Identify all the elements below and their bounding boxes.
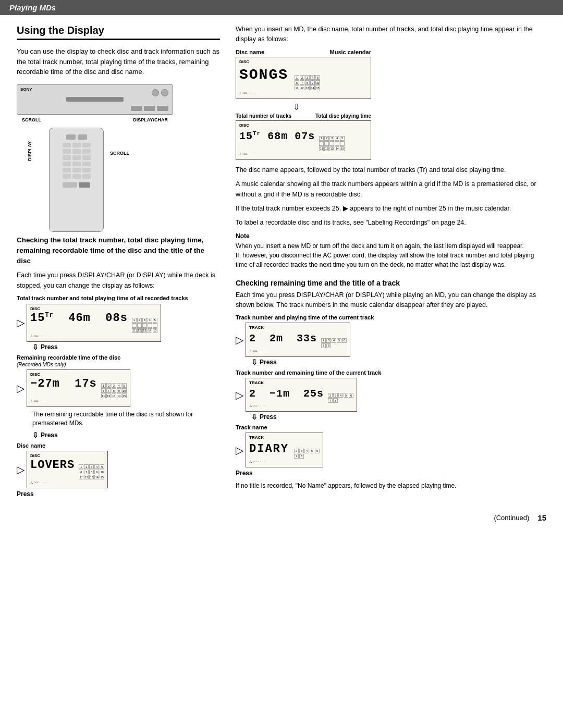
display-label: DISPLAY	[27, 141, 32, 161]
press-label2: Press	[41, 431, 58, 439]
bold-heading: Checking the total track number, total d…	[17, 235, 220, 267]
section2-body: Each time you press DISPLAY/CHAR (or DIS…	[236, 290, 546, 311]
left-column: Using the Display You can use the displa…	[17, 24, 220, 498]
lcd-text1: 15Tr 46m 08s	[30, 312, 128, 325]
track-display1-container: ▷ TRACK 2 2m 33s 2345 678 ♩♩ ≈≈ · · · ·	[236, 323, 546, 357]
disc-name-label: Disc name	[236, 49, 264, 55]
track-icons3: ♩♩ ≈≈ · · · ·	[249, 460, 320, 464]
lcd-tag3: DISC	[30, 453, 104, 458]
lcd-display3: DISC LOVERS 12345 678910 1112131415 ♩♩ ≈…	[27, 451, 108, 489]
track-label2: Track number and remaining time of the c…	[236, 369, 546, 376]
total-text: 15Tr 68m 07s	[239, 130, 315, 142]
lcd-display2: DISC −27m 17s 12345 678910 1112131415 ♩♩…	[27, 369, 130, 408]
lcd-text2: −27m 17s	[30, 377, 97, 390]
display-label1: Total track number and total playing tim…	[17, 295, 220, 301]
total-display: DISC 15Tr 68m 07s 12345 1112131415 ♩♩ ≈≈…	[236, 120, 371, 160]
scroll-remote-label: SCROLL	[110, 151, 129, 156]
lcd-tag2: DISC	[30, 372, 127, 377]
music-calendar-label: Music calendar	[330, 49, 371, 55]
header-bar: Playing MDs	[0, 0, 563, 15]
track-arrow2: ▷	[236, 389, 243, 401]
right-intro-text: When you insert an MD, the disc name, to…	[236, 24, 546, 45]
total-playing-label: Total disc playing time	[315, 113, 371, 119]
songs-text: SONGS	[239, 67, 288, 83]
right-column: When you insert an MD, the disc name, to…	[236, 24, 546, 498]
press-label1: Press	[41, 343, 58, 351]
lcd-grid3: 12345 678910 1112131415	[79, 464, 104, 479]
lcd-tag1: DISC	[30, 306, 157, 311]
section2-title: Checking remaining time and the title of…	[236, 279, 546, 287]
track-grid2: 2345 678	[328, 393, 353, 403]
track-display2-container: ▷ TRACK 2 −1m 25s 2345 678 ♩♩ ≈≈ · · · ·	[236, 378, 546, 412]
device-image: SONY SCROLL	[17, 84, 178, 126]
lcd-text3: LOVERS	[30, 459, 75, 472]
track-tag2: TRACK	[249, 380, 353, 385]
total-grid: 12345 1112131415	[319, 136, 345, 151]
track-lcd3: TRACK DIARY 2345 678 ♩♩ ≈≈ · · · ·	[246, 433, 323, 467]
display-char-label: DISPLAY/CHAR	[133, 117, 168, 122]
track-press2: Press	[260, 413, 277, 421]
intro-text: You can use the display to check disc an…	[17, 46, 220, 77]
track-icons2: ♩♩ ≈≈ · · · ·	[249, 404, 353, 408]
track-grid1: 2345 678	[321, 338, 347, 348]
track-icons1: ♩♩ ≈≈ · · · ·	[249, 349, 347, 353]
note2-text: The remaining recordable time of the dis…	[32, 410, 220, 428]
track-press-row1: ⇩ Press	[251, 358, 546, 366]
arrow-icon2: ▷	[17, 382, 25, 394]
note-text1: When you insert a new MD or turn off the…	[236, 241, 546, 251]
display1-container: ▷ DISC 15Tr 46m 08s 12345 1112131415 ♩♩ …	[17, 304, 220, 342]
arrow-icon3: ▷	[17, 463, 25, 476]
arrow-icon1: ▷	[17, 316, 25, 329]
total-number-label: Total number of tracks	[236, 113, 291, 119]
track-arrow3: ▷	[236, 444, 243, 456]
lcd-grid1: 12345 1112131415	[132, 318, 157, 333]
songs-icons: ♩♩ ≈≈ · · · ·	[239, 91, 368, 95]
note-section: Note When you insert a new MD or turn of…	[236, 232, 546, 269]
lcd-icons1: ♩♩ ≈≈ · · · ·	[30, 334, 157, 338]
press-label3: Press	[17, 490, 220, 498]
track-label1: Track number and playing time of the cur…	[236, 314, 546, 320]
songs-display: DISC SONGS 12345 678910 1112131415 ♩♩ ≈≈…	[236, 57, 371, 100]
track-tag1: TRACK	[249, 325, 347, 330]
down-arrow1: ⇩	[293, 102, 546, 112]
track-text2: 2 −1m 25s	[249, 388, 324, 400]
right-body2: A music calendar showing all the track n…	[236, 179, 546, 200]
display2-container: ▷ DISC −27m 17s 12345 678910 1112131415 …	[17, 369, 220, 408]
footer-note: If no title is recorded, "No Name" appea…	[236, 481, 546, 490]
track-lcd1: TRACK 2 2m 33s 2345 678 ♩♩ ≈≈ · · · ·	[246, 323, 350, 357]
remote-image	[49, 128, 104, 232]
right-body3: If the total track number exceeds 25, ▶ …	[236, 204, 546, 214]
section-title: Using the Display	[17, 24, 220, 40]
display-label2-sub: (Recorded MDs only)	[17, 362, 220, 367]
display3-container: ▷ DISC LOVERS 12345 678910 1112131415 ♩♩…	[17, 451, 220, 489]
track-text3: DIARY	[249, 442, 289, 455]
track-press1: Press	[260, 359, 277, 366]
header-title: Playing MDs	[9, 3, 56, 12]
lcd-icons2: ♩♩ ≈≈ · · · ·	[30, 399, 127, 403]
continued-text: (Continued)	[494, 514, 529, 522]
lcd-grid2: 12345 678910 1112131415	[101, 383, 127, 398]
right-body1: The disc name appears, followed by the t…	[236, 165, 546, 175]
display-label3: Disc name	[17, 442, 220, 449]
total-tag: DISC	[239, 123, 368, 128]
track-grid3: 2345 678	[294, 449, 320, 459]
track-arrow1: ▷	[236, 334, 243, 346]
songs-tag: DISC	[239, 59, 368, 64]
display-label2: Remaining recordable time of the disc	[17, 354, 220, 361]
total-icons: ♩♩ ≈≈ · · · ·	[239, 152, 368, 156]
note-text2: If, however, you disconnect the AC power…	[236, 251, 546, 269]
track-label3: Track name	[236, 424, 546, 430]
track-tag3: TRACK	[249, 435, 320, 440]
body-text1: Each time you press DISPLAY/CHAR (or DIS…	[17, 270, 220, 291]
songs-grid: 12345 678910 1112131415	[295, 75, 320, 90]
lcd-display1: DISC 15Tr 46m 08s 12345 1112131415 ♩♩ ≈≈…	[27, 304, 161, 342]
track-display3-container: ▷ TRACK DIARY 2345 678 ♩♩ ≈≈ · · · ·	[236, 433, 546, 467]
lcd-icons3: ♩♩ ≈≈ · · · ·	[30, 480, 104, 485]
scroll-label: SCROLL	[22, 117, 41, 122]
press-row1: ⇩ Press	[32, 343, 220, 351]
track-text1: 2 2m 33s	[249, 332, 317, 344]
track-press3: Press	[236, 470, 546, 477]
page-content: Using the Display You can use the displa…	[0, 15, 563, 513]
press-row2: ⇩ Press	[32, 431, 220, 439]
right-body4: To label a recordable disc and its track…	[236, 218, 546, 228]
